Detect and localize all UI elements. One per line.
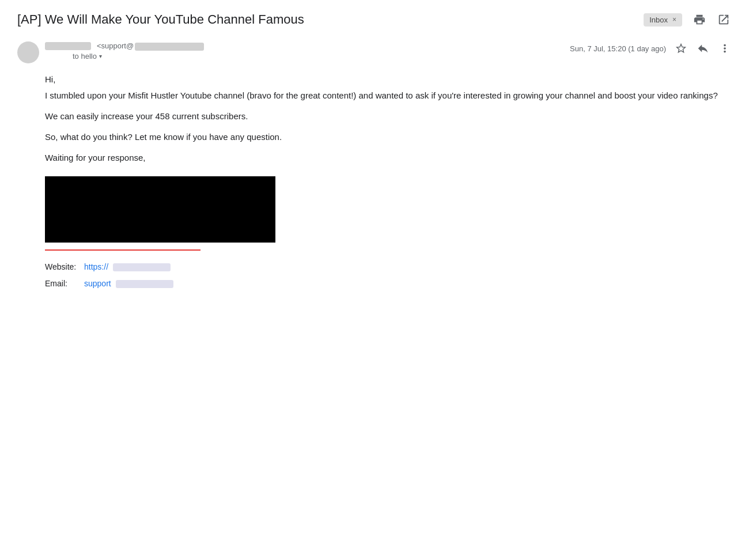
signature-block: Website: https:// Email: support: [45, 176, 732, 291]
email-timestamp: Sun, 7 Jul, 15:20 (1 day ago): [570, 44, 666, 53]
open-external-button[interactable]: [716, 12, 732, 28]
inbox-label: Inbox: [649, 16, 668, 24]
sender-name-blurred: [45, 42, 91, 50]
email-paragraph-3: So, what do you think? Let me know if yo…: [45, 130, 732, 144]
to-line: to hello ▾: [73, 52, 570, 60]
inbox-close-button[interactable]: ×: [672, 16, 676, 24]
header-icons: [691, 12, 732, 28]
email-greeting: Hi,: [45, 73, 732, 86]
star-button[interactable]: [674, 41, 688, 55]
more-options-button[interactable]: [718, 41, 732, 55]
sender-name-row: <support@: [45, 41, 570, 51]
email-header: [AP] We Will Make Your YouTube Channel F…: [17, 12, 732, 28]
email-paragraph-2: We can easily increase your 458 current …: [45, 109, 732, 123]
email-row: Email: support: [45, 277, 732, 291]
signature-image: [45, 176, 275, 243]
print-button[interactable]: [691, 12, 708, 28]
sender-avatar: [17, 41, 39, 63]
email-container: [AP] We Will Make Your YouTube Channel F…: [0, 0, 749, 305]
reply-button[interactable]: [696, 41, 710, 55]
website-label: Website:: [45, 260, 80, 274]
website-row: Website: https://: [45, 260, 732, 274]
to-label: to hello: [73, 52, 97, 60]
email-link[interactable]: support: [84, 277, 111, 291]
email-meta-right: Sun, 7 Jul, 15:20 (1 day ago): [570, 41, 732, 55]
email-paragraph-4: Waiting for your response,: [45, 151, 732, 165]
sender-email-blurred: [135, 43, 204, 51]
email-body: Hi, I stumbled upon your Misfit Hustler …: [45, 73, 732, 291]
email-paragraph-1: I stumbled upon your Misfit Hustler Yout…: [45, 89, 732, 103]
email-blurred: [116, 280, 173, 288]
website-link[interactable]: https://: [84, 260, 108, 274]
sender-row: <support@ to hello ▾ Sun, 7 Jul, 15:20 (…: [17, 41, 732, 63]
signature-divider: [45, 249, 201, 251]
to-chevron[interactable]: ▾: [99, 53, 102, 59]
inbox-badge[interactable]: Inbox ×: [644, 13, 682, 27]
sender-info: <support@ to hello ▾: [45, 41, 570, 60]
email-subject: [AP] We Will Make Your YouTube Channel F…: [17, 12, 637, 27]
signature-links: Website: https:// Email: support: [45, 260, 732, 291]
email-label: Email:: [45, 277, 80, 291]
sender-email: <support@: [97, 41, 204, 51]
website-url-blurred: [113, 263, 171, 271]
